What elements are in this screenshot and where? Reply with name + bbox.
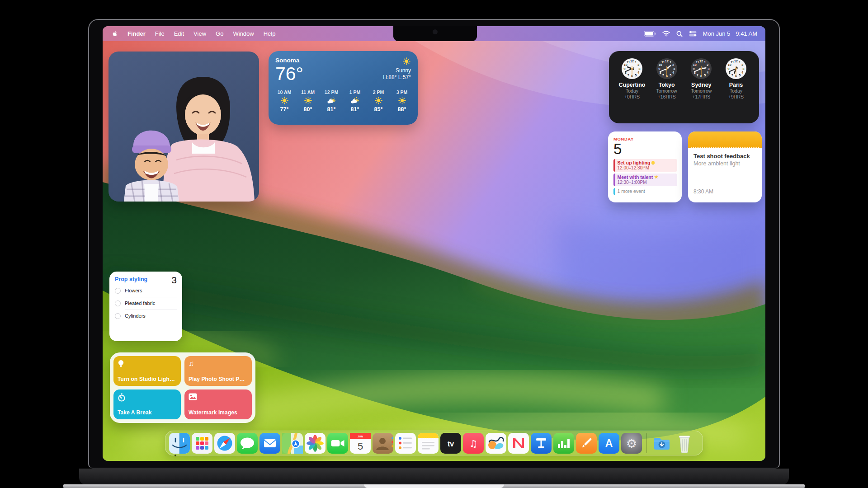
- checkbox-circle-icon[interactable]: [115, 288, 121, 294]
- menu-date[interactable]: Mon Jun 5: [703, 30, 731, 37]
- dock-icon-contacts[interactable]: [373, 433, 393, 454]
- dock-icon-appstore[interactable]: A: [599, 433, 619, 454]
- dock-icon-trash[interactable]: [674, 433, 695, 454]
- dock-icon-numbers[interactable]: [553, 433, 574, 454]
- macbook-hinge: [79, 469, 789, 485]
- calendar-weekday: MONDAY: [613, 136, 677, 141]
- analog-clock: 123456789101112: [720, 58, 752, 80]
- dock-icon-facetime[interactable]: [327, 433, 348, 454]
- svg-text:10: 10: [658, 63, 662, 66]
- battery-icon[interactable]: [644, 31, 656, 37]
- dock-icon-calendar[interactable]: JUN5: [350, 433, 371, 454]
- shortcut-play-playlist[interactable]: ♫ Play Photo Shoot P…: [184, 356, 252, 386]
- shortcut-watermark-images[interactable]: Watermark Images: [184, 389, 252, 419]
- svg-text:7: 7: [697, 74, 698, 77]
- dock-tv-label: tv: [448, 440, 454, 447]
- svg-text:3: 3: [639, 67, 641, 70]
- svg-text:11: 11: [731, 61, 734, 64]
- notes-widget[interactable]: Test shoot feedback More ambient light 8…: [688, 131, 762, 202]
- note-body-text: More ambient light: [693, 160, 756, 167]
- reminder-item[interactable]: Pleated fabric: [115, 297, 177, 310]
- menu-view[interactable]: View: [193, 30, 206, 37]
- svg-text:1: 1: [704, 61, 706, 64]
- dock-icon-reminders[interactable]: [395, 433, 416, 454]
- weather-widget[interactable]: Sonoma 76° Sunny H:88° L:57° 10 AM77° 11…: [269, 51, 418, 125]
- svg-text:4: 4: [672, 71, 674, 74]
- world-clock-widget[interactable]: 123456789101112 Cupertino Today+0HRS 123…: [609, 51, 759, 123]
- more-events-row[interactable]: 1 more event: [613, 188, 677, 195]
- menu-time[interactable]: 9:41 AM: [736, 30, 757, 37]
- svg-text:3: 3: [743, 67, 745, 70]
- dock-icon-finder[interactable]: [169, 433, 190, 454]
- menu-window[interactable]: Window: [233, 30, 254, 37]
- dock-icon-safari[interactable]: [214, 433, 235, 454]
- dock-icon-launchpad[interactable]: [192, 433, 212, 454]
- control-center-icon[interactable]: [689, 31, 697, 37]
- display-notch: [393, 26, 477, 41]
- checkbox-circle-icon[interactable]: [115, 313, 121, 319]
- menu-help[interactable]: Help: [264, 30, 276, 37]
- svg-text:♫: ♫: [469, 438, 478, 449]
- dock-icon-freeform[interactable]: [486, 433, 506, 454]
- menu-file[interactable]: File: [155, 30, 165, 37]
- hour-column: 3 PM88°: [393, 89, 411, 113]
- calendar-widget[interactable]: MONDAY 5 Set up lighting 12:00–12:30PM M…: [608, 131, 682, 202]
- svg-text:7: 7: [662, 74, 664, 77]
- clock-tokyo: 123456789101112 Tokyo Tomorrow+16HRS: [651, 58, 683, 117]
- active-app-menu[interactable]: Finder: [127, 30, 146, 37]
- reminders-widget[interactable]: Prop styling 3 Flowers Pleated fabric Cy…: [109, 272, 182, 341]
- svg-text:5: 5: [739, 74, 741, 77]
- dock-icon-system-settings[interactable]: ⚙: [621, 433, 642, 454]
- menu-go[interactable]: Go: [216, 30, 223, 37]
- dock-appstore-label: A: [605, 437, 613, 449]
- wifi-icon[interactable]: [662, 31, 670, 37]
- dock-icon-pages[interactable]: [576, 433, 597, 454]
- hourly-forecast: 10 AM77° 11 AM80° 12 PM81° 1 PM81° 2 PM8…: [275, 89, 411, 113]
- photo-selfie: [108, 52, 259, 202]
- analog-clock: 123456789101112: [651, 58, 683, 80]
- sunny-icon: [402, 57, 411, 67]
- hour-weather-icon: [351, 96, 359, 105]
- svg-text:11: 11: [627, 61, 630, 64]
- dock-icon-downloads[interactable]: [651, 433, 672, 454]
- dock-icon-mail[interactable]: [259, 433, 280, 454]
- weather-condition: Sunny: [396, 67, 411, 74]
- calendar-event[interactable]: Set up lighting 12:00–12:30PM: [613, 159, 677, 172]
- checkbox-circle-icon[interactable]: [115, 300, 121, 306]
- dock-icon-maps[interactable]: [282, 433, 303, 454]
- dock-icon-messages[interactable]: [237, 433, 258, 454]
- shortcut-studio-light[interactable]: Turn on Studio Ligh…: [113, 356, 181, 386]
- reminder-item[interactable]: Cylinders: [115, 310, 177, 322]
- calendar-event[interactable]: Meet with talent★ 12:30–1:00PM: [613, 174, 677, 186]
- dock-icon-keynote[interactable]: [531, 433, 552, 454]
- dock-icon-news[interactable]: [508, 433, 529, 454]
- svg-text:10: 10: [624, 63, 627, 66]
- svg-text:9: 9: [624, 67, 626, 70]
- svg-text:⚙: ⚙: [626, 436, 637, 450]
- photos-widget[interactable]: [108, 52, 259, 202]
- reminder-item[interactable]: Flowers: [115, 285, 177, 297]
- dock-icon-tv[interactable]: tv: [440, 433, 461, 454]
- dock: JUN5 tv ♫: [165, 431, 703, 455]
- apple-menu-icon[interactable]: [112, 30, 118, 37]
- menu-edit[interactable]: Edit: [174, 30, 184, 37]
- svg-text:11: 11: [696, 61, 699, 64]
- dock-icon-photos[interactable]: [305, 433, 326, 454]
- hour-column: 10 AM77°: [275, 89, 293, 113]
- svg-text:1: 1: [670, 61, 671, 64]
- svg-text:2: 2: [707, 63, 709, 66]
- dock-icon-music[interactable]: ♫: [463, 433, 484, 454]
- lightbulb-icon: [118, 360, 177, 369]
- dock-icon-notes[interactable]: [418, 433, 439, 454]
- svg-text:1: 1: [635, 61, 637, 64]
- analog-clock: 123456789101112: [685, 58, 717, 80]
- svg-text:2: 2: [741, 63, 743, 66]
- search-icon[interactable]: [676, 31, 683, 37]
- hour-weather-icon: [304, 96, 312, 105]
- hour-column: 12 PM81°: [322, 89, 340, 113]
- clock-sydney: 123456789101112 Sydney Tomorrow+17HRS: [685, 58, 717, 117]
- reminders-list-name: Prop styling: [115, 276, 147, 282]
- svg-text:12: 12: [734, 60, 738, 63]
- note-header: [688, 131, 762, 148]
- shortcut-take-a-break[interactable]: Take A Break: [113, 389, 181, 419]
